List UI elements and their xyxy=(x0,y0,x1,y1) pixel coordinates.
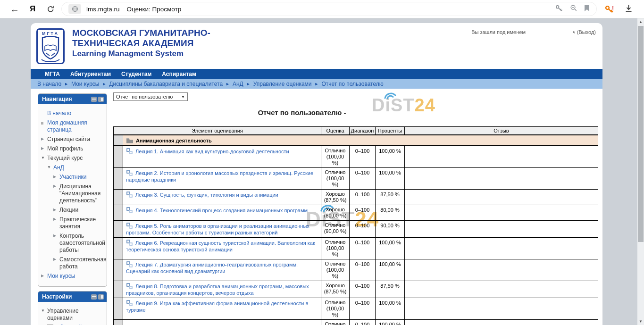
block-dock-icon[interactable] xyxy=(98,97,104,102)
nav-item-abiturientam[interactable]: Абитуриентам xyxy=(70,71,111,77)
settings-block: Настройки ▼Управление оценками Обзорный … xyxy=(38,291,107,325)
feedback-cell xyxy=(405,146,598,167)
chevron-right-icon[interactable]: ▶ xyxy=(53,207,59,214)
grade-cell: Отлично(100,00 %) xyxy=(321,320,350,325)
breadcrumb-disciplines[interactable]: Дисциплины бакалавриата и специалитета xyxy=(109,81,223,87)
block-dock-icon[interactable] xyxy=(98,294,104,300)
grade-cell: Хорошо(80,00 %) xyxy=(321,205,350,220)
row-indent xyxy=(114,320,123,325)
chevron-right-icon[interactable]: ▶ xyxy=(53,174,59,181)
chevron-down-icon[interactable]: ▼ xyxy=(41,308,47,322)
site-globe-icon[interactable] xyxy=(68,4,81,14)
sidebar-item-profile[interactable]: ▶Мой профиль xyxy=(41,145,105,152)
sidebar-item-control[interactable]: ▶Контроль самостоятельной работы xyxy=(53,233,105,254)
grade-item-link[interactable]: Лекция 6. Рекреационная сущность туристс… xyxy=(126,240,315,252)
yandex-browser-icon[interactable]: Я xyxy=(26,3,39,15)
sidebar-item-selfwork[interactable]: ▶Самостоятельная работа xyxy=(53,256,105,270)
browser-back-button[interactable]: ← xyxy=(8,3,21,15)
row-indent xyxy=(114,221,123,237)
chevron-right-icon[interactable]: ▶ xyxy=(41,273,47,280)
grade-item-link[interactable]: Лекция 9. Игра как эффективная форма ани… xyxy=(126,300,308,313)
sidebar-item-participants[interactable]: ▶Участники xyxy=(53,174,105,181)
chevron-right-icon[interactable]: ▶ xyxy=(41,136,47,143)
grade-item-link[interactable]: Лекция 5. Роль аниматоров в организации … xyxy=(126,223,309,235)
address-bar[interactable]: lms.mgta.ru Оценки: Просмотр xyxy=(61,2,597,16)
login-name-tail: ч xyxy=(573,29,576,35)
percent-cell: 100,00 % xyxy=(376,168,405,189)
breadcrumb-separator-icon: ► xyxy=(246,82,251,86)
chevron-right-icon[interactable]: ▶ xyxy=(41,145,47,152)
chevron-right-icon[interactable]: ▶ xyxy=(53,256,59,270)
login-info: Вы зашли под именем ч (Выход) xyxy=(471,29,596,35)
lms-page: МГТА МОСКОВСКАЯ ГУМАНИТАРНО- ТЕХНИЧЕСКАЯ… xyxy=(31,23,602,325)
chevron-right-icon[interactable]: ▶ xyxy=(53,216,59,230)
breadcrumb-my-courses[interactable]: Мои курсы xyxy=(71,81,99,87)
grade-item-cell: Лекция 2. История и хронология массовых … xyxy=(123,168,321,189)
grade-item-link[interactable]: Лекция 7. Драматургия анимационно-театра… xyxy=(126,262,298,274)
sidebar-item-myhome[interactable]: Моя домашняя страница xyxy=(41,119,105,133)
breadcrumb-home[interactable]: В начало xyxy=(37,81,61,87)
grade-item-link[interactable]: Лекция 1. Анимация как вид культурно-дос… xyxy=(135,149,289,154)
settings-item-grades-admin[interactable]: ▼Управление оценками xyxy=(41,308,105,322)
range-cell: 0–100 xyxy=(350,238,376,259)
range-cell: 0–100 xyxy=(350,298,376,319)
percent-cell: 87,50 % xyxy=(376,190,405,205)
browser-toolbar: ← Я lms.mgta.ru Оценки: Просмотр ! xyxy=(0,0,644,18)
scrollbar-thumb[interactable] xyxy=(638,26,644,242)
navigation-block-title: Навигация xyxy=(42,96,72,102)
grade-item-link[interactable]: Лекция 2. История и хронология массовых … xyxy=(126,170,313,183)
percent-cell: 80,00 % xyxy=(376,205,405,220)
scroll-up-icon[interactable]: ▲ xyxy=(637,20,644,24)
sidebar-item-mycourses[interactable]: ▶Мои курсы xyxy=(41,273,105,280)
grade-item-link[interactable]: Лекция 3. Сущность, функция, типология и… xyxy=(135,192,278,198)
grade-item-link[interactable]: Лекция 8. Подготовка и разработка анимац… xyxy=(126,283,309,296)
feedback-cell xyxy=(405,190,598,205)
block-collapse-icon[interactable] xyxy=(91,97,97,102)
sidebar-item-sitepages[interactable]: ▶Страницы сайта xyxy=(41,136,105,143)
navigation-block: Навигация В начало Моя домашняя страница… xyxy=(38,93,107,287)
nav-item-mgta[interactable]: МГТА xyxy=(45,71,60,77)
lesson-icon xyxy=(126,239,133,246)
table-row: Лекция 5. Роль аниматоров в организации … xyxy=(114,221,598,238)
chevron-right-icon[interactable]: ▶ xyxy=(53,183,59,204)
navigation-block-header: Навигация xyxy=(38,94,107,104)
mgta-logo[interactable]: МГТА xyxy=(36,28,65,64)
sidebar-item-home[interactable]: В начало xyxy=(41,110,105,117)
breadcrumb-grades-admin[interactable]: Управление оценками xyxy=(253,81,312,87)
report-type-select[interactable]: Отчет по пользователю ▼ xyxy=(113,92,188,101)
bookmark-icon[interactable] xyxy=(584,5,590,14)
col-header-feedback: Отзыв xyxy=(405,127,598,134)
sidebar-item-discipline[interactable]: ▶Дисциплина "Анимационная деятельность" xyxy=(53,183,105,204)
sidebar-item-practice[interactable]: ▶Практические занятия xyxy=(53,216,105,230)
password-key-icon[interactable] xyxy=(555,4,563,14)
chevron-right-icon[interactable]: ▶ xyxy=(53,233,59,254)
chevron-down-icon[interactable]: ▼ xyxy=(47,164,53,171)
nav-item-aspirantam[interactable]: Аспирантам xyxy=(162,71,196,77)
percent-cell: 87,50 % xyxy=(376,281,405,298)
percent-cell: 100,00 % xyxy=(376,146,405,167)
download-icon[interactable] xyxy=(624,4,633,15)
breadcrumb-user-report[interactable]: Отчет по пользователю xyxy=(322,81,384,87)
scroll-down-icon[interactable]: ▼ xyxy=(637,319,644,324)
password-alert-icon[interactable]: ! xyxy=(604,5,614,14)
org-title-line2: ТЕХНИЧЕСКАЯ АКАДЕМИЯ xyxy=(72,38,210,49)
nav-item-studentam[interactable]: Студентам xyxy=(121,71,151,77)
feedback-cell xyxy=(405,320,598,325)
reload-icon[interactable] xyxy=(44,3,57,15)
grade-item-cell: Лекция 1. Анимация как вид культурно-дос… xyxy=(123,146,321,167)
logout-link[interactable]: (Выход) xyxy=(577,29,596,35)
chevron-down-icon[interactable]: ▼ xyxy=(41,155,47,162)
settings-block-title: Настройки xyxy=(42,293,72,300)
page-scrollbar[interactable]: ▲ ▼ xyxy=(637,18,644,325)
grade-item-link[interactable]: Лекция 4. Технологический процесс создан… xyxy=(135,208,308,213)
viewport-background: МГТА МОСКОВСКАЯ ГУМАНИТАРНО- ТЕХНИЧЕСКАЯ… xyxy=(0,18,644,325)
sidebar-item-lectures[interactable]: ▶Лекции xyxy=(53,207,105,214)
row-indent xyxy=(114,205,123,220)
sidebar-item-course-and[interactable]: ▼АнД xyxy=(47,164,105,171)
sidebar-item-current-course[interactable]: ▼Текущий курс xyxy=(41,155,105,162)
table-row: Лекция 1. Анимация как вид культурно-дос… xyxy=(114,146,598,168)
zoom-search-icon[interactable] xyxy=(569,4,577,14)
block-collapse-icon[interactable] xyxy=(91,294,97,300)
org-title-line3: Learning Managment System xyxy=(72,49,210,59)
breadcrumb-course[interactable]: АнД xyxy=(233,81,243,87)
